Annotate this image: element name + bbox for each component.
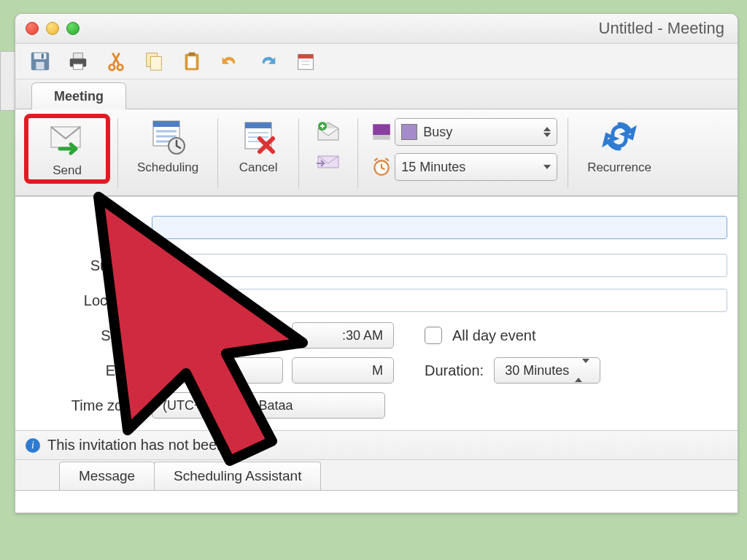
starts-date-picker[interactable]: 19/11: [152, 322, 283, 349]
svg-rect-13: [188, 52, 195, 56]
starts-label: Starts:: [15, 327, 143, 344]
window-title: Untitled - Meeting: [80, 19, 727, 38]
recurrence-button[interactable]: Recurrence: [578, 117, 660, 175]
meeting-window: Untitled - Meeting Meeting: [15, 13, 738, 513]
tab-message[interactable]: Message: [59, 462, 155, 490]
svg-rect-5: [73, 53, 82, 59]
ribbon-separator: [217, 118, 218, 188]
svg-rect-32: [373, 135, 390, 139]
ribbon-separator: [568, 118, 568, 188]
location-label: Location:: [15, 292, 143, 309]
duration-value: 30 Minutes: [505, 363, 569, 378]
copy-icon[interactable]: [142, 50, 166, 73]
duration-dropdown[interactable]: 30 Minutes: [494, 357, 600, 384]
minimize-window-button[interactable]: [46, 22, 59, 35]
ends-time-value: M: [372, 363, 383, 378]
cancel-button[interactable]: Cancel: [228, 117, 288, 175]
to-field[interactable]: [152, 216, 727, 239]
tab-meeting[interactable]: Meeting: [31, 82, 126, 109]
timezone-value: (UTC+08: Jlaan Bataa: [163, 398, 293, 413]
starts-time-picker[interactable]: :30 AM: [292, 322, 394, 349]
send-label: Send: [53, 163, 82, 178]
close-window-button[interactable]: [26, 22, 39, 35]
location-field[interactable]: [152, 289, 727, 312]
save-icon[interactable]: [28, 50, 52, 73]
ribbon-separator: [117, 118, 118, 188]
alarm-icon[interactable]: [368, 156, 389, 178]
starts-date-value: 19/11: [163, 328, 196, 343]
ribbon: Send Scheduling Cancel: [15, 109, 738, 196]
send-icon: [46, 120, 88, 159]
meeting-form: To: Subject: Location: Starts: 19/11 :30…: [15, 196, 738, 430]
ribbon-tab-strip: Meeting: [15, 79, 738, 109]
timezone-label: Time zone:: [15, 397, 143, 414]
svg-point-7: [109, 65, 115, 71]
status-text: This invitation has not been sent.: [47, 437, 260, 454]
subject-field[interactable]: [152, 254, 727, 277]
cancel-label: Cancel: [239, 160, 278, 175]
ribbon-separator: [357, 118, 358, 188]
message-editor[interactable]: [15, 490, 738, 513]
paste-icon[interactable]: [180, 50, 204, 73]
allday-label: All day event: [452, 327, 536, 344]
scheduling-label: Scheduling: [137, 160, 198, 175]
svg-rect-20: [153, 121, 179, 127]
status-bar: i This invitation has not been sent.: [15, 430, 738, 460]
duration-label: Duration:: [425, 362, 484, 379]
invite-reply-icon[interactable]: [315, 150, 341, 172]
status-reminder-group: Busy 15 Minutes: [368, 117, 557, 181]
zoom-window-button[interactable]: [66, 22, 80, 35]
timezone-dropdown[interactable]: (UTC+08: Jlaan Bataa: [152, 392, 385, 419]
svg-point-8: [117, 65, 123, 71]
spinner-icon: [543, 127, 551, 137]
cancel-icon: [237, 117, 279, 156]
ends-date-picker[interactable]: 19/11/: [152, 357, 283, 384]
allday-checkbox[interactable]: [425, 327, 442, 344]
svg-rect-1: [34, 53, 47, 59]
svg-rect-10: [150, 56, 161, 70]
scheduling-icon: [147, 117, 189, 156]
redo-icon[interactable]: [256, 50, 279, 73]
svg-rect-3: [42, 54, 44, 59]
quick-access-toolbar: [15, 44, 738, 79]
cut-icon[interactable]: [104, 50, 128, 73]
info-icon: i: [26, 438, 40, 453]
window-controls: [26, 22, 80, 35]
svg-rect-12: [187, 56, 196, 68]
bottom-tab-strip: Message Scheduling Assistant: [15, 460, 738, 490]
invite-add-icon[interactable]: [315, 121, 341, 143]
ends-date-value: 19/11/: [163, 363, 199, 378]
scheduling-button[interactable]: Scheduling: [128, 117, 207, 175]
calendar-icon[interactable]: [294, 50, 317, 73]
tab-scheduling-assistant[interactable]: Scheduling Assistant: [154, 462, 321, 490]
ends-label: Ends:: [15, 362, 143, 379]
send-button[interactable]: Send: [27, 117, 107, 181]
svg-rect-26: [245, 122, 271, 128]
svg-rect-15: [298, 55, 314, 59]
invite-group: [309, 117, 347, 172]
undo-icon[interactable]: [218, 50, 241, 73]
ends-time-picker[interactable]: M: [292, 357, 394, 384]
subject-label: Subject:: [15, 257, 143, 274]
ribbon-separator: [298, 118, 299, 188]
status-dropdown[interactable]: Busy: [395, 118, 557, 146]
starts-time-value: :30 AM: [342, 328, 383, 343]
to-label: To:: [15, 219, 143, 236]
busy-swatch: [401, 124, 417, 140]
print-icon[interactable]: [66, 50, 90, 73]
categorize-icon[interactable]: [368, 121, 389, 143]
spinner-icon: [575, 363, 589, 378]
reminder-value: 15 Minutes: [401, 160, 538, 175]
chevron-down-icon: [543, 165, 551, 169]
title-bar: Untitled - Meeting: [15, 14, 738, 44]
reminder-dropdown[interactable]: 15 Minutes: [395, 153, 557, 181]
status-value: Busy: [423, 125, 538, 140]
svg-rect-6: [73, 64, 82, 70]
recurrence-label: Recurrence: [587, 160, 651, 175]
svg-rect-2: [36, 62, 44, 69]
recurrence-icon: [598, 117, 640, 156]
svg-rect-31: [373, 124, 390, 135]
